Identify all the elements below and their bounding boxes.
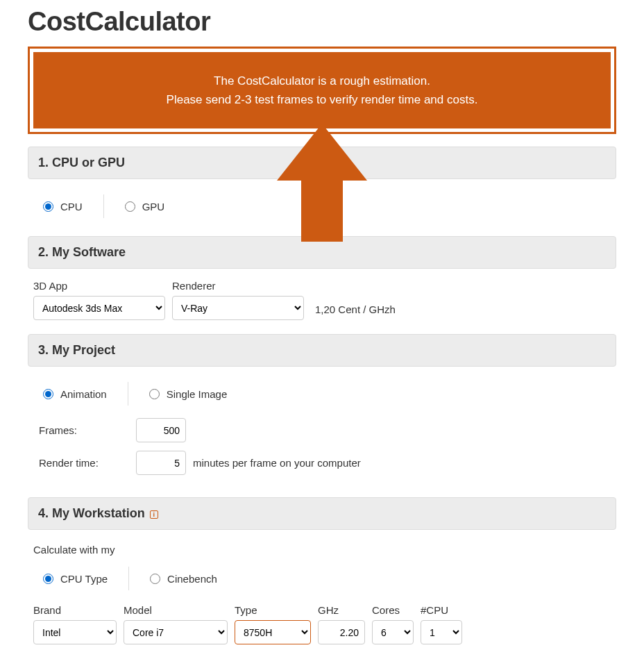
cpu-type-radio-label[interactable]: CPU Type	[60, 573, 108, 585]
app-label: 3D App	[33, 280, 165, 292]
page-title: CostCalculator	[28, 0, 616, 47]
frames-input[interactable]	[136, 418, 186, 442]
app-select[interactable]: Autodesk 3ds Max	[33, 296, 165, 320]
section-heading-project: 3. My Project	[28, 334, 616, 367]
cpu-radio-label[interactable]: CPU	[60, 201, 83, 212]
render-time-label: Render time:	[39, 457, 129, 469]
cores-select[interactable]: 6	[372, 620, 414, 644]
ghz-label: GHz	[318, 604, 365, 616]
ghz-input[interactable]	[318, 620, 365, 644]
renderer-label: Renderer	[172, 280, 304, 292]
notice-banner: The CostCalculator is a rough estimation…	[28, 47, 616, 134]
model-select[interactable]: Core i7	[124, 620, 228, 644]
animation-radio[interactable]	[43, 389, 53, 399]
section-heading-workstation: 4. My Workstation i	[28, 497, 616, 530]
render-time-input[interactable]	[136, 451, 186, 475]
cinebench-radio-label[interactable]: Cinebench	[167, 573, 217, 585]
render-time-suffix: minutes per frame on your computer	[193, 457, 361, 469]
brand-label: Brand	[33, 604, 117, 616]
cores-label: Cores	[372, 604, 414, 616]
single-image-radio-label[interactable]: Single Image	[167, 388, 228, 400]
cpus-select[interactable]: 1	[421, 620, 462, 644]
type-label: Type	[235, 604, 311, 616]
single-image-radio[interactable]	[149, 389, 160, 399]
model-label: Model	[124, 604, 228, 616]
info-icon[interactable]: i	[150, 510, 158, 519]
section-heading-cpu-gpu: 1. CPU or GPU	[28, 147, 616, 179]
frames-label: Frames:	[39, 424, 129, 436]
cpu-gpu-radio-group: CPU GPU	[33, 190, 611, 222]
divider	[128, 567, 129, 590]
project-type-radio-group: Animation Single Image	[33, 378, 611, 410]
notice-line-1: The CostCalculator is a rough estimation…	[47, 72, 597, 90]
divider	[128, 382, 128, 406]
notice-line-2: Please send 2-3 test frames to verify re…	[47, 90, 597, 109]
cpu-radio[interactable]	[43, 201, 53, 212]
gpu-radio[interactable]	[125, 201, 135, 212]
gpu-radio-label[interactable]: GPU	[142, 201, 165, 212]
cpu-type-radio[interactable]	[43, 574, 53, 584]
renderer-select[interactable]: V-Ray	[172, 296, 304, 320]
cinebench-radio[interactable]	[150, 574, 160, 584]
cpus-label: #CPU	[421, 604, 462, 616]
brand-select[interactable]: Intel	[33, 620, 117, 644]
calc-mode-radio-group: CPU Type Cinebench	[33, 562, 611, 594]
section-heading-software: 2. My Software	[28, 236, 616, 269]
rate-text: 1,20 Cent / GHzh	[311, 303, 396, 320]
type-select[interactable]: 8750H	[235, 620, 311, 644]
animation-radio-label[interactable]: Animation	[60, 388, 107, 400]
divider	[103, 194, 104, 218]
calculate-with-label: Calculate with my	[33, 544, 611, 556]
